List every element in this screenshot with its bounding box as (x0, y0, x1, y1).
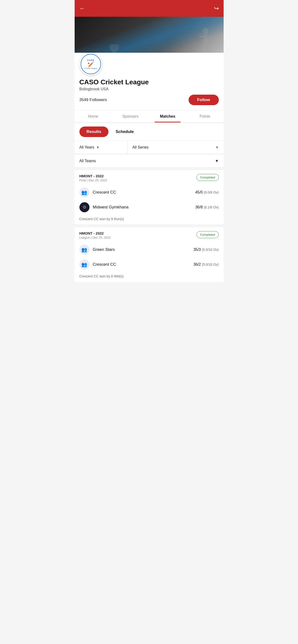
schedule-button[interactable]: Schedule (108, 126, 141, 137)
avatar-cricket-icon: 🏏 (88, 61, 94, 68)
tab-matches[interactable]: Matches (149, 110, 186, 122)
back-icon: ← (79, 5, 85, 12)
all-series-label: All Series (132, 145, 149, 150)
league-location: Bolingbrook USA (79, 87, 219, 91)
top-bar: ← ↪ (75, 0, 224, 17)
svg-rect-5 (205, 44, 207, 52)
team-score: 36/2 (5.0/10 Ov) (193, 262, 219, 267)
league-name: CASO Cricket League (79, 78, 219, 86)
status-badge: Completed (197, 174, 219, 181)
svg-rect-2 (200, 36, 203, 38)
avatar: ⚙ (79, 202, 89, 212)
all-teams-filter[interactable]: All Teams ▼ (75, 154, 224, 168)
profile-section: CASO 🏏 Cricket League CASO Cricket Leagu… (75, 53, 224, 110)
team-score: 36/8 (6.1/6 Ov) (195, 205, 219, 210)
avatar-text-league: Cricket League (84, 68, 97, 69)
team-row[interactable]: 👥 Crescent CC 45/0 (6.0/6 Ov) (75, 185, 224, 200)
match-header: HMONT - 2022 League | Dec 25, 2022 Compl… (75, 227, 224, 242)
svg-rect-1 (203, 34, 208, 44)
team-row[interactable]: 👥 Crescent CC 36/2 (5.0/10 Ov) (75, 257, 224, 272)
status-badge: Completed (197, 231, 219, 238)
team-name: Crescent CC (93, 190, 195, 195)
svg-rect-3 (207, 36, 210, 38)
toggle-row: Results Schedule (75, 123, 224, 140)
team-name: Crescent CC (93, 262, 193, 267)
team-name: Green Stars (93, 247, 193, 252)
tab-home[interactable]: Home (75, 110, 112, 122)
team-row[interactable]: 👥 Green Stars 35/3 (5.5/10 Ov) (75, 242, 224, 257)
chevron-down-icon: ▼ (96, 146, 100, 149)
followers-count: 3549 Followers (79, 98, 107, 102)
team-avatar-icon: 👥 (81, 262, 87, 268)
team-avatar-icon: ⚙ (83, 204, 86, 210)
avatar: 👥 (79, 260, 89, 270)
match-result: Crescent CC won by 9 Run(s) (75, 215, 224, 225)
share-button[interactable]: ↪ (214, 5, 219, 12)
avatar-text-caso: CASO (87, 59, 94, 61)
all-series-filter[interactable]: All Series ▼ (128, 141, 224, 154)
team-row[interactable]: ⚙ Midwest Gymkhana 36/8 (6.1/6 Ov) (75, 200, 224, 215)
share-icon: ↪ (214, 5, 219, 12)
all-teams-label: All Teams (79, 159, 96, 163)
match-meta: Final | Dec 25, 2022 (79, 178, 107, 182)
results-button[interactable]: Results (79, 126, 108, 137)
league-avatar: CASO 🏏 Cricket League (79, 53, 102, 76)
chevron-down-icon: ▼ (215, 159, 219, 163)
svg-rect-4 (203, 44, 204, 52)
divider (75, 225, 224, 225)
team-avatar-icon: 👥 (81, 190, 87, 195)
avatar: 👥 (79, 244, 89, 255)
tab-points[interactable]: Points (186, 110, 223, 122)
team-avatar-icon: 👥 (81, 247, 87, 252)
follow-button[interactable]: Follow (189, 95, 219, 105)
match-series: HMONT - 2022 (79, 231, 111, 235)
followers-row: 3549 Followers Follow (79, 95, 219, 105)
team-score: 35/3 (5.5/10 Ov) (193, 248, 219, 252)
back-button[interactable]: ← (79, 5, 85, 12)
match-card: HMONT - 2022 Final | Dec 25, 2022 Comple… (75, 170, 224, 225)
match-meta: League | Dec 25, 2022 (79, 236, 111, 239)
tabs-bar: Home Sponsors Matches Points (75, 110, 224, 123)
tab-sponsors[interactable]: Sponsors (112, 110, 149, 122)
match-result: Crescent CC won by 8 Wkt(s) (75, 272, 224, 282)
avatar-container: CASO 🏏 Cricket League (79, 53, 219, 76)
all-years-filter[interactable]: All Years ▼ (75, 141, 128, 154)
all-years-label: All Years (79, 145, 94, 150)
team-score: 45/0 (6.0/6 Ov) (195, 190, 219, 194)
match-header: HMONT - 2022 Final | Dec 25, 2022 Comple… (75, 170, 224, 185)
match-series: HMONT - 2022 (79, 174, 107, 178)
match-card: HMONT - 2022 League | Dec 25, 2022 Compl… (75, 227, 224, 282)
avatar: 👥 (79, 187, 89, 198)
chevron-down-icon: ▼ (215, 146, 219, 149)
team-name: Midwest Gymkhana (93, 205, 195, 210)
filter-row-1: All Years ▼ All Series ▼ (75, 141, 224, 154)
